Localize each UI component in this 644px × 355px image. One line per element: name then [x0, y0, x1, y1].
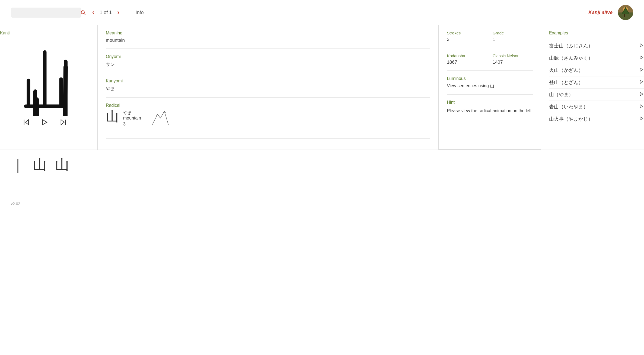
- luminous-section: Luminous View sentences using 山: [447, 76, 533, 95]
- svg-marker-27: [640, 105, 643, 108]
- info-panel: Meaning mountain Onyomi サン Kunyomi やま Ra…: [98, 25, 439, 150]
- kunyomi-title: Kunyomi: [106, 79, 430, 83]
- example-play-button-2[interactable]: [639, 67, 644, 73]
- svg-marker-28: [640, 117, 643, 120]
- grade-value: 1: [493, 37, 533, 42]
- footer: v2.02: [0, 196, 644, 211]
- svg-marker-18: [42, 120, 47, 125]
- kanji-panel-title: Kanji: [0, 31, 89, 36]
- classic-nelson-value: 1407: [493, 60, 533, 65]
- radical-info: やま mountain 3: [123, 110, 141, 127]
- example-play-button-3[interactable]: [639, 79, 644, 85]
- strokes-grade-grid: Strokes 3 Grade 1: [447, 31, 533, 48]
- example-text-2: 火山（かざん）: [549, 67, 583, 73]
- examples-title: Examples: [549, 31, 644, 36]
- kanji-panel: Kanji: [0, 25, 98, 150]
- example-text-1: 山脈（さんみゃく）: [549, 55, 593, 61]
- svg-marker-19: [61, 120, 64, 125]
- hint-text: Please view the radical animation on the…: [447, 108, 533, 114]
- radical-section: Radical 山 やま mountain 3: [106, 103, 430, 133]
- example-text-5: 岩山（いわやま）: [549, 104, 588, 110]
- hint-title: Hint: [447, 100, 533, 105]
- radical-kanji: 山: [106, 110, 119, 123]
- search-input[interactable]: 山: [15, 10, 78, 15]
- example-item: 山脈（さんみゃく）: [549, 52, 644, 64]
- example-item: 火山（かざん）: [549, 64, 644, 76]
- strokes-value: 3: [447, 37, 487, 42]
- meaning-section: Meaning mountain: [106, 31, 430, 49]
- example-play-button-5[interactable]: [639, 104, 644, 110]
- strokes-grade-divider: [106, 138, 430, 144]
- next-button[interactable]: ›: [117, 9, 119, 16]
- strokes-label: Strokes: [447, 31, 487, 35]
- onyomi-value: サン: [106, 61, 430, 67]
- stroke-variants-section: ｜ 山 山: [0, 150, 644, 185]
- stats-panel: Strokes 3 Grade 1 Kodansha 1867 Classic …: [439, 25, 541, 150]
- stroke-variants: ｜ 山 山: [11, 155, 633, 174]
- svg-marker-23: [640, 56, 643, 59]
- kodansha-label: Kodansha: [447, 53, 487, 58]
- avatar-image: [618, 5, 633, 20]
- variant-1: ｜: [11, 155, 25, 174]
- skip-back-button[interactable]: [23, 118, 30, 127]
- avatar[interactable]: [618, 5, 633, 20]
- radical-name-en: mountain: [123, 116, 141, 121]
- svg-marker-24: [640, 68, 643, 71]
- example-text-0: 富士山（ふじさん）: [549, 43, 593, 49]
- skip-forward-button[interactable]: [59, 118, 67, 127]
- svg-marker-26: [640, 92, 643, 96]
- right-side: Strokes 3 Grade 1 Kodansha 1867 Classic …: [439, 25, 541, 150]
- variant-2: 山: [33, 155, 47, 174]
- prev-button[interactable]: ‹: [92, 9, 94, 16]
- kunyomi-value: やま: [106, 86, 430, 92]
- variant-3: 山: [55, 155, 69, 174]
- example-play-button-1[interactable]: [639, 55, 644, 61]
- meaning-title: Meaning: [106, 31, 430, 36]
- classic-nelson-item: Classic Nelson 1407: [493, 53, 533, 65]
- radical-details: 山 やま mountain 3: [106, 110, 430, 127]
- onyomi-title: Onyomi: [106, 54, 430, 59]
- hint-section: Hint Please view the radical animation o…: [447, 100, 533, 114]
- meaning-value: mountain: [106, 38, 430, 43]
- example-play-button-0[interactable]: [639, 43, 644, 49]
- svg-marker-16: [25, 120, 28, 125]
- strokes-item: Strokes 3: [447, 31, 487, 42]
- example-play-button-4[interactable]: [639, 92, 644, 98]
- kunyomi-section: Kunyomi やま: [106, 79, 430, 98]
- example-play-button-6[interactable]: [639, 116, 644, 122]
- mountain-icon-area: [151, 110, 170, 127]
- kodansha-value: 1867: [447, 60, 487, 65]
- kodansha-nelson-grid: Kodansha 1867 Classic Nelson 1407: [447, 53, 533, 71]
- example-text-4: 山（やま）: [549, 91, 573, 98]
- luminous-title: Luminous: [447, 76, 533, 81]
- examples-list: 富士山（ふじさん） 山脈（さんみゃく） 火山（かざん） 登山（とざん）: [549, 40, 644, 125]
- svg-point-0: [81, 11, 84, 14]
- navigation-area: ‹ 1 of 1 ›: [92, 9, 119, 16]
- svg-marker-22: [640, 44, 643, 47]
- radical-strokes: 3: [123, 122, 141, 127]
- main-sections: Kanji: [0, 25, 644, 150]
- example-item: 山（やま）: [549, 89, 644, 101]
- classic-nelson-label: Classic Nelson: [493, 53, 533, 58]
- grade-label: Grade: [493, 31, 533, 35]
- svg-line-1: [84, 14, 85, 15]
- grade-item: Grade 1: [493, 31, 533, 42]
- mountain-kanji: [14, 41, 76, 114]
- info-label: Info: [136, 10, 588, 15]
- view-sentences-link[interactable]: View sentences using 山: [447, 83, 494, 88]
- version-label: v2.02: [11, 202, 20, 206]
- search-area: 山: [11, 8, 81, 18]
- search-button[interactable]: [80, 10, 86, 15]
- play-button[interactable]: [41, 118, 49, 127]
- playback-controls: [0, 118, 89, 127]
- example-item: 富士山（ふじさん）: [549, 40, 644, 52]
- radical-name-jp: やま: [123, 110, 141, 116]
- example-text-3: 登山（とざん）: [549, 79, 583, 86]
- kodansha-item: Kodansha 1867: [447, 53, 487, 65]
- mountain-icon: [151, 110, 170, 126]
- example-item: 岩山（いわやま）: [549, 101, 644, 113]
- radical-title: Radical: [106, 103, 430, 108]
- svg-marker-25: [640, 80, 643, 83]
- example-item: 登山（とざん）: [549, 76, 644, 89]
- example-text-6: 山火事（やまかじ）: [549, 116, 593, 122]
